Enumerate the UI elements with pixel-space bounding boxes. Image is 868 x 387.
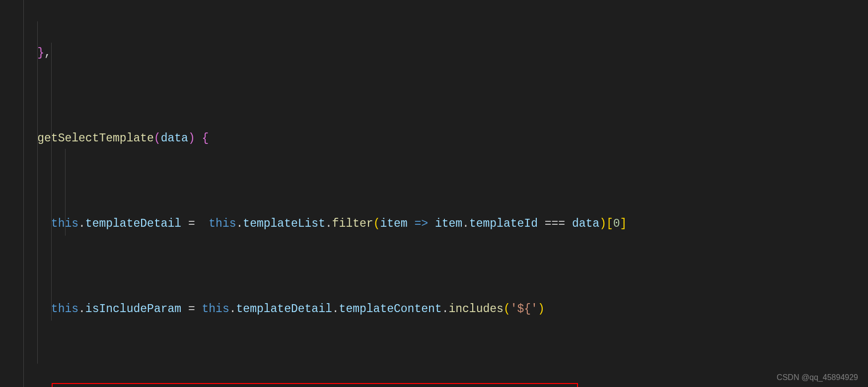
code-line: }, — [10, 43, 868, 64]
code-editor[interactable]: }, getSelectTemplate(data) { this.templa… — [0, 0, 868, 387]
indent-guide — [23, 0, 24, 387]
function-name: getSelectTemplate — [37, 132, 154, 145]
indent-guide — [37, 21, 38, 364]
indent-guide — [51, 43, 52, 321]
code-line: this.templateDetail = this.templateList.… — [10, 213, 868, 235]
code-line: this.isIncludeParam = this.templateDetai… — [10, 299, 868, 320]
code-line-highlighted: let keywords = this.templateDetail.templ… — [10, 384, 868, 387]
code-line: getSelectTemplate(data) { — [10, 128, 868, 149]
indent-guide — [65, 149, 66, 236]
watermark: CSDN @qq_45894929 — [777, 373, 858, 382]
